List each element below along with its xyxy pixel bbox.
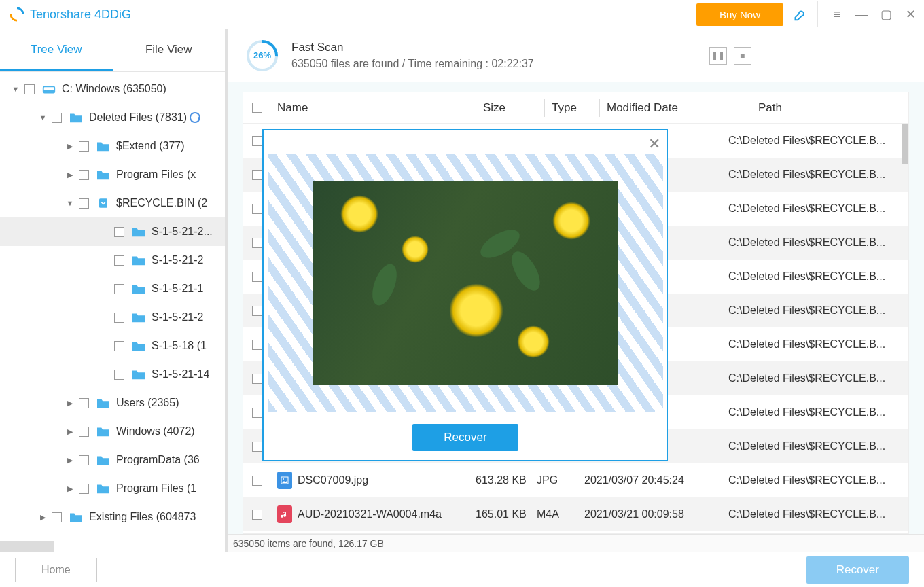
menu-icon[interactable]: ≡: [828, 5, 847, 24]
checkbox[interactable]: [79, 198, 89, 209]
checkbox[interactable]: [79, 484, 89, 494]
tree-sid-2[interactable]: S-1-5-21-1: [0, 274, 225, 303]
tree-root[interactable]: ▼ C: Windows (635050): [0, 75, 225, 103]
tab-file-view[interactable]: File View: [113, 29, 226, 71]
folder-icon: [131, 283, 146, 295]
chevron-right-icon[interactable]: ▶: [65, 456, 75, 465]
checkbox[interactable]: [79, 427, 89, 437]
home-button[interactable]: Home: [15, 558, 97, 582]
checkbox[interactable]: [114, 313, 124, 323]
file-path: C:\Deleted Files\$RECYCLE.B...: [728, 202, 908, 215]
chevron-right-icon[interactable]: ▶: [65, 171, 75, 179]
checkbox[interactable]: [114, 341, 124, 351]
tree-windows[interactable]: ▶ Windows (4072): [0, 417, 225, 446]
file-size: 613.28 KB: [476, 474, 537, 486]
stop-button[interactable]: ■: [734, 47, 751, 65]
col-name[interactable]: Name: [277, 101, 476, 115]
status-bar: 635050 items are found, 126.17 GB: [228, 534, 924, 552]
checkbox[interactable]: [79, 170, 89, 180]
tree-program-files-x[interactable]: ▶ Program Files (x: [0, 160, 225, 189]
close-icon[interactable]: ✕: [648, 135, 660, 153]
checkbox[interactable]: [79, 455, 89, 465]
file-path: C:\Deleted Files\$RECYCLE.B...: [728, 270, 908, 283]
chevron-right-icon[interactable]: ▶: [65, 142, 75, 151]
chevron-right-icon[interactable]: ▶: [65, 484, 75, 493]
svg-rect-1: [43, 90, 55, 93]
tree-sid-1[interactable]: S-1-5-21-2: [0, 246, 225, 274]
table-header: Name Size Type Modified Date Path: [243, 92, 908, 124]
file-path: C:\Deleted Files\$RECYCLE.B...: [728, 440, 908, 452]
checkbox[interactable]: [52, 113, 62, 123]
checkbox[interactable]: [252, 306, 262, 316]
chevron-right-icon[interactable]: ▶: [38, 513, 48, 522]
checkbox[interactable]: [252, 204, 262, 214]
checkbox[interactable]: [252, 408, 262, 418]
tree-sid-3[interactable]: S-1-5-21-2: [0, 303, 225, 332]
tree-program-files-1[interactable]: ▶ Program Files (1: [0, 474, 225, 503]
checkbox[interactable]: [24, 84, 35, 94]
tree-sid-4[interactable]: S-1-5-18 (1: [0, 332, 225, 360]
checkbox[interactable]: [252, 238, 262, 248]
pause-button[interactable]: ❚❚: [709, 47, 727, 65]
chevron-right-icon[interactable]: ▶: [65, 399, 75, 408]
scan-subtitle: 635050 files are found / Time remaining …: [291, 56, 534, 72]
tab-tree-view[interactable]: Tree View: [0, 29, 113, 71]
chevron-right-icon[interactable]: ▶: [65, 427, 75, 436]
checkbox[interactable]: [114, 284, 124, 294]
scan-progress-ring: 26%: [245, 39, 279, 73]
folder-icon: [96, 397, 111, 409]
col-date[interactable]: Modified Date: [607, 101, 751, 115]
folder-icon: [131, 311, 146, 323]
checkbox[interactable]: [252, 272, 262, 282]
folder-icon: [69, 511, 84, 523]
preview-modal: ✕ Recover: [262, 129, 668, 461]
scrollbar-vertical[interactable]: [902, 124, 908, 164]
recover-modal-button[interactable]: Recover: [412, 424, 518, 451]
close-icon[interactable]: ✕: [901, 5, 920, 24]
checkbox[interactable]: [252, 442, 262, 452]
key-icon[interactable]: [789, 5, 808, 24]
checkbox[interactable]: [252, 136, 262, 146]
drive-icon: [41, 82, 56, 96]
maximize-icon[interactable]: ▢: [876, 5, 895, 24]
file-path: C:\Deleted Files\$RECYCLE.B...: [728, 236, 908, 249]
checkbox[interactable]: [114, 227, 124, 237]
col-path[interactable]: Path: [758, 101, 908, 115]
tree-users[interactable]: ▶ Users (2365): [0, 389, 225, 417]
checkbox[interactable]: [252, 374, 262, 384]
checkbox[interactable]: [52, 512, 62, 522]
checkbox[interactable]: [252, 476, 262, 486]
checkbox[interactable]: [114, 370, 124, 380]
minimize-icon[interactable]: —: [852, 5, 871, 24]
file-path: C:\Deleted Files\$RECYCLE.B...: [728, 474, 908, 486]
file-date: 2021/03/21 00:09:58: [584, 508, 728, 520]
checkbox[interactable]: [79, 398, 89, 408]
tree-programdata[interactable]: ▶ ProgramData (36: [0, 446, 225, 474]
select-all-checkbox[interactable]: [252, 103, 262, 113]
tree-existing[interactable]: ▶ Existing Files (604873: [0, 503, 225, 531]
tree-sid-5[interactable]: S-1-5-21-14: [0, 360, 225, 389]
tree-sid-0[interactable]: S-1-5-21-2...: [0, 217, 225, 246]
checkbox[interactable]: [252, 510, 262, 520]
col-size[interactable]: Size: [483, 101, 544, 115]
svg-point-6: [283, 478, 284, 480]
checkbox[interactable]: [79, 141, 89, 152]
chevron-down-icon[interactable]: ▼: [65, 199, 75, 207]
tree-recycle[interactable]: ▼ $RECYCLE.BIN (2: [0, 189, 225, 217]
table-row[interactable]: DSC07009.jpg 613.28 KB JPG 2021/03/07 20…: [243, 463, 908, 497]
checkbox[interactable]: [252, 340, 262, 350]
checkbox[interactable]: [252, 170, 262, 180]
folder-icon: [96, 425, 111, 438]
checkbox[interactable]: [114, 255, 124, 266]
col-type[interactable]: Type: [552, 101, 599, 115]
preview-body: [268, 154, 663, 412]
scrollbar-horizontal[interactable]: [0, 541, 54, 552]
table-row[interactable]: AUD-20210321-WA0004.m4a 165.01 KB M4A 20…: [243, 497, 908, 531]
tree-deleted[interactable]: ▼ Deleted Files (7831): [0, 103, 225, 132]
chevron-down-icon[interactable]: ▼: [38, 113, 48, 122]
chevron-down-icon[interactable]: ▼: [11, 85, 20, 93]
buy-now-button[interactable]: Buy Now: [696, 3, 783, 26]
file-name: DSC07009.jpg: [298, 474, 368, 486]
recover-button[interactable]: Recover: [806, 556, 909, 584]
tree-extend[interactable]: ▶ $Extend (377): [0, 132, 225, 160]
